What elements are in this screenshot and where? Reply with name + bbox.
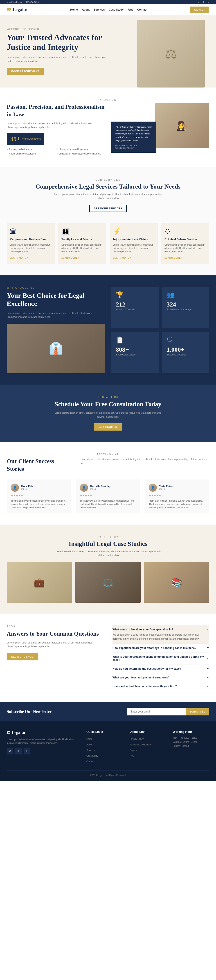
case-card-2[interactable]: ⚖️ [76, 562, 141, 603]
testimonial-author-1: 👤 Drew Feig Client [11, 484, 67, 492]
footer-link-faq[interactable]: FAQ [129, 755, 134, 757]
footer-link-terms[interactable]: Terms and Conditions [129, 743, 151, 746]
why-team-image: 👔 [7, 324, 105, 373]
newsletter-email-input[interactable] [127, 708, 186, 716]
avatar-1: 👤 [11, 484, 19, 492]
stat-card-attorneys: 👥 324 Experienced Attorneys [162, 287, 210, 328]
nav-services[interactable]: Services [94, 8, 105, 11]
footer-link-support[interactable]: Support [129, 749, 137, 751]
signup-button[interactable]: SIGN UP [190, 6, 209, 13]
quote-text: "At our firm, we believe that every clie… [115, 125, 153, 142]
contact-description: Lorem ipsum dolor sit amet, consectetur … [52, 411, 164, 419]
hero-cta-button[interactable]: BOOK APPOINTMENT [7, 68, 44, 75]
quote-author-title: Founder and Attorney [115, 147, 153, 149]
statue-icon: ⚖ [137, 20, 205, 88]
footer-link-privacy[interactable]: Privacy Policy [129, 738, 143, 740]
contact-cta-button[interactable]: GET STARTED [94, 423, 122, 431]
testimonials-title: Our Client Success Stories [7, 457, 72, 473]
author-role-1: Client [21, 488, 33, 490]
testimonial-card-1: 👤 Drew Feig Client ★★★★★ Their team prov… [7, 479, 71, 513]
stars-2: ★★★★★ [80, 494, 136, 497]
testimonials-tag: TESTIMONIAL [7, 453, 209, 456]
newsletter-subscribe-button[interactable]: SUBSCRIBE [186, 708, 209, 716]
footer-logo-icon: ⚖ [7, 730, 10, 735]
case-card-1[interactable]: 💼 [7, 562, 72, 603]
stat-cases2-label: Successful Cases [167, 353, 186, 356]
topbar-social: ✕ f in [196, 1, 209, 3]
faq-tag: FAQS [7, 625, 104, 628]
stat-honors-num: 212 [116, 301, 125, 308]
testimonial-card-3: 👤 Yasin Petros Client ★★★★★ From start t… [145, 479, 209, 513]
faq-question-5: What are your fees and payment structure… [112, 676, 170, 679]
newsletter-title: Subscribe Our Newsletter [7, 710, 52, 714]
social-x-link[interactable]: ✕ [198, 1, 200, 3]
nav-home[interactable]: Home [70, 8, 77, 11]
corporate-law-icon: 🏛 [10, 228, 52, 235]
nav-faq[interactable]: FAQ [128, 8, 133, 11]
years-badge: 35+ Years Experiences [7, 133, 44, 145]
footer-social-in[interactable]: in [24, 748, 30, 754]
see-more-services-button[interactable]: SEE MORE SERVICES [89, 205, 126, 212]
faq-item-6[interactable]: How can I schedule a consultation with y… [112, 682, 209, 691]
service-learn-more[interactable]: LEARN MORE > [113, 257, 131, 259]
faq-item-4[interactable]: How do you determine the best strategy f… [112, 665, 209, 673]
faq-item-2[interactable]: How experienced are your attorneys in ha… [112, 644, 209, 652]
faq-chevron-5: ▼ [207, 676, 209, 679]
case-description: Lorem ipsum dolor sit amet, consectetur … [52, 550, 164, 558]
footer-social-x[interactable]: ✕ [7, 748, 13, 754]
nav-case-study[interactable]: Case Study [109, 8, 123, 11]
footer-link-services[interactable]: Services [87, 749, 95, 751]
footer-link-contact[interactable]: Contact [87, 760, 94, 763]
injury-icon: ⚡ [113, 228, 155, 235]
footer-social-f[interactable]: f [15, 748, 22, 754]
footer-useful-links-list: Privacy Policy Terms and Conditions Supp… [129, 737, 166, 757]
about-description: Lorem ipsum dolor sit amet, consectetur … [7, 122, 105, 129]
family-law-icon: 👨‍👩‍👧 [61, 228, 103, 235]
years-number: 35+ [10, 135, 20, 143]
footer-about-text: Lorem ipsum dolor sit amet, consectetur … [7, 738, 80, 745]
service-title: Injury and Accident Claims [113, 237, 155, 241]
service-learn-more[interactable]: LEARN MORE > [164, 257, 183, 259]
footer-quick-links-list: Home About Services Case Study Contact [87, 737, 123, 763]
service-card-corporate: 🏛 Corporate and Business Law Lorem ipsum… [7, 223, 55, 264]
footer-link-home[interactable]: Home [87, 738, 93, 740]
nav-contact[interactable]: Contact [137, 8, 147, 11]
footer-useful-links-title: Useful Link [129, 730, 166, 733]
faq-item-3[interactable]: What is your approach to client communic… [112, 652, 209, 665]
services-grid: 🏛 Corporate and Business Law Lorem ipsum… [7, 223, 209, 264]
logo-text: LegaLo [13, 7, 27, 13]
social-in-link[interactable]: in [207, 1, 209, 3]
case-card-3[interactable]: 📚 [144, 562, 209, 603]
attorneys-icon: 👥 [167, 291, 175, 299]
working-hours-sunday: Sunday: Closed [173, 745, 209, 747]
testimonial-author-2: 👤 Rachelle Beaudry Client [80, 484, 136, 492]
hero-description: Lorem ipsum dolor sit amet, consectetur … [7, 55, 108, 63]
footer-link-about[interactable]: About [87, 743, 92, 746]
service-learn-more[interactable]: LEARN MORE > [61, 257, 80, 259]
service-description: Lorem ipsum dolor sit amet, consectetur … [10, 243, 52, 253]
testimonials-right: Lorem ipsum dolor sit amet, consectetur … [81, 457, 209, 465]
faq-item-1[interactable]: What areas of law does your firm special… [112, 625, 209, 644]
nav-about[interactable]: About [82, 8, 90, 11]
faq-chevron-6: ▼ [207, 685, 209, 688]
testimonials-left: Our Client Success Stories [7, 457, 72, 473]
footer-quick-links-title: Quick Links [87, 730, 123, 733]
faq-item-5[interactable]: What are your fees and payment structure… [112, 673, 209, 682]
working-hours-weekday: Mon – Fri: 09:00 – 18:00 [173, 737, 209, 739]
hero-title: Your Trusted Advocates for Justice and I… [7, 33, 108, 52]
social-f-link[interactable]: f [203, 1, 204, 3]
working-hours-saturday: Saturday: 10:00 – 16:00 [173, 741, 209, 743]
service-learn-more[interactable]: LEARN MORE > [10, 257, 28, 259]
see-more-faqs-button[interactable]: SEE MORE FAQS [7, 653, 38, 660]
check-item: Closing all updated legal files [56, 148, 105, 150]
author-info-3: Yasin Petros Client [159, 485, 173, 490]
cases1-icon: 📋 [116, 336, 124, 344]
service-description: Lorem ipsum dolor sit amet, consectetur … [61, 243, 103, 253]
service-description: Lorem ipsum dolor sit amet, consectetur … [113, 243, 155, 253]
topbar-email: info@legalo.com [7, 1, 22, 3]
footer-link-case-study[interactable]: Case Study [87, 755, 98, 757]
stat-cases1-num: 808+ [116, 346, 129, 353]
hero-tag: WELCOME TO LEGALO [7, 28, 108, 30]
criminal-law-icon: 🛡 [164, 228, 206, 235]
faq-answer-1: We specialize in a wide range of legal a… [112, 631, 209, 641]
